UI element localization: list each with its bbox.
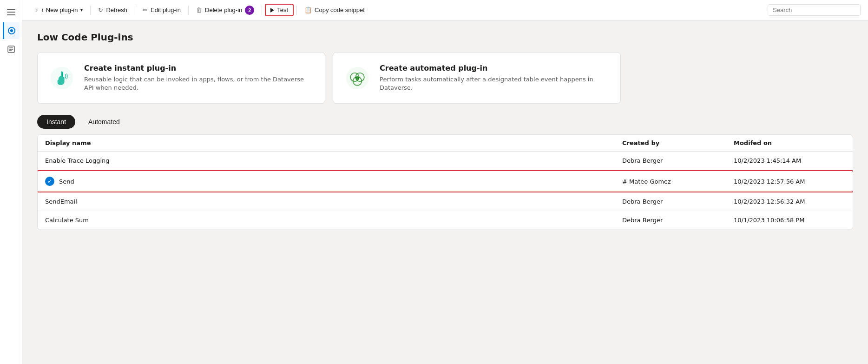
delete-badge: 2 — [245, 6, 254, 15]
col-created-by: Created by — [622, 139, 734, 146]
instant-card-icon — [49, 65, 75, 91]
sidebar-menu-icon[interactable] — [3, 4, 20, 20]
svg-rect-0 — [7, 9, 15, 10]
tabs: Instant Automated — [37, 115, 853, 129]
check-icon: ✓ — [45, 177, 54, 186]
edit-icon: ✏ — [143, 7, 148, 13]
tab-automated[interactable]: Automated — [79, 115, 129, 129]
table-header: Display name Created by Modifed on — [38, 135, 853, 152]
sep-2 — [135, 6, 135, 15]
copy-icon: 📋 — [304, 7, 312, 13]
sidebar — [0, 0, 22, 364]
test-button[interactable]: Test — [265, 4, 294, 16]
automated-card[interactable]: Create automated plug-in Perform tasks a… — [333, 52, 621, 104]
col-modified-on: Modifed on — [734, 139, 845, 146]
tab-instant[interactable]: Instant — [37, 115, 75, 129]
row-name-cell-send: ✓ Send — [45, 177, 622, 186]
sep-4 — [262, 6, 262, 15]
page-title: Low Code Plug-ins — [37, 32, 853, 43]
new-plugin-button[interactable]: + + New plug-in ▾ — [30, 4, 87, 16]
toolbar: + + New plug-in ▾ ↻ Refresh ✏ Edit plug-… — [22, 0, 868, 20]
instant-card-text: Create instant plug-in Reusable logic th… — [84, 64, 314, 92]
row-name-cell: Calculate Sum — [45, 217, 622, 224]
table-row-selected[interactable]: ✓ Send # Mateo Gomez 10/2/2023 12:57:56 … — [37, 170, 853, 192]
automated-card-title: Create automated plug-in — [380, 64, 609, 73]
svg-point-4 — [10, 29, 13, 32]
sidebar-book-icon[interactable] — [3, 41, 20, 58]
svg-point-14 — [355, 76, 359, 79]
plugin-table: Display name Created by Modifed on Enabl… — [37, 134, 853, 230]
table-row[interactable]: Enable Trace Logging Debra Berger 10/2/2… — [38, 152, 853, 170]
automated-card-icon — [344, 65, 370, 91]
automated-card-text: Create automated plug-in Perform tasks a… — [380, 64, 609, 92]
cards-row: Create instant plug-in Reusable logic th… — [37, 52, 853, 104]
chevron-down-icon: ▾ — [80, 7, 83, 13]
search-input[interactable] — [768, 4, 861, 16]
col-display-name: Display name — [45, 139, 622, 146]
automated-card-desc: Perform tasks automatically after a desi… — [380, 75, 609, 92]
instant-card-desc: Reusable logic that can be invoked in ap… — [84, 75, 314, 92]
instant-card[interactable]: Create instant plug-in Reusable logic th… — [37, 52, 325, 104]
sep-5 — [296, 6, 297, 15]
edit-button[interactable]: ✏ Edit plug-in — [138, 4, 185, 16]
row-name-cell: SendEmail — [45, 198, 622, 205]
delete-icon: 🗑 — [196, 7, 202, 13]
main-content: + + New plug-in ▾ ↻ Refresh ✏ Edit plug-… — [22, 0, 868, 364]
selected-row-wrapper: 1 ✓ Send # Mateo Gomez 10/2/2023 12:57:5… — [38, 170, 853, 192]
play-icon — [270, 8, 274, 13]
svg-rect-1 — [7, 12, 15, 13]
sep-1 — [90, 6, 91, 15]
table-row[interactable]: SendEmail Debra Berger 10/2/2023 12:56:3… — [38, 192, 853, 211]
svg-rect-2 — [7, 14, 15, 15]
delete-button[interactable]: 🗑 Delete plug-in 2 — [191, 3, 259, 17]
plus-icon: + — [34, 7, 38, 13]
table-row[interactable]: Calculate Sum Debra Berger 10/1/2023 10:… — [38, 211, 853, 230]
sidebar-pin-icon[interactable] — [3, 22, 20, 39]
copy-snippet-button[interactable]: 📋 Copy code snippet — [300, 4, 369, 16]
content-area: Low Code Plug-ins — [22, 20, 868, 364]
instant-card-title: Create instant plug-in — [84, 64, 314, 73]
sep-3 — [188, 6, 189, 15]
row-name-cell: Enable Trace Logging — [45, 157, 622, 164]
refresh-button[interactable]: ↻ Refresh — [93, 4, 132, 16]
refresh-icon: ↻ — [98, 7, 103, 13]
